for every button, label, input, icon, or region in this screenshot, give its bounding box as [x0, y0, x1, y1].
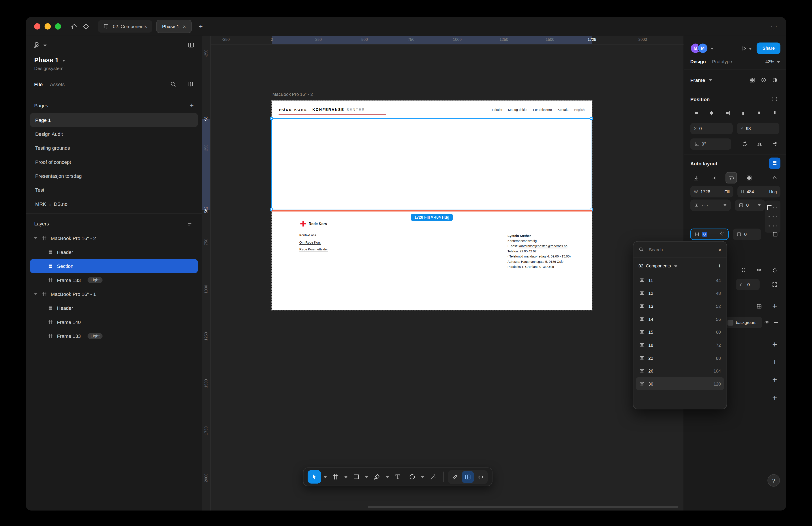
component-browser-icon[interactable] [82, 23, 90, 30]
padding-chevron-icon[interactable] [757, 203, 761, 207]
site-header[interactable]: RØDE KORS KONFERANSESENTER Lokaler Mat o… [272, 100, 592, 118]
constraints-expand-icon[interactable] [769, 93, 781, 105]
fill-visible-eye-icon[interactable] [762, 317, 771, 328]
layer-frame-133-a[interactable]: Frame 133 Light [30, 273, 198, 287]
tab-design[interactable]: Design [690, 59, 706, 64]
flow-wrap-icon[interactable] [725, 172, 737, 184]
fill-color-swatch[interactable] [727, 319, 733, 325]
library-book-icon[interactable] [187, 81, 194, 87]
frame-type-chevron-icon[interactable] [708, 78, 712, 82]
y-position-input[interactable]: Y98 [737, 123, 779, 134]
zoom-window-button[interactable] [55, 24, 61, 30]
mask-icon[interactable] [769, 74, 781, 86]
variable-item[interactable]: 1872 [636, 339, 724, 352]
selected-section-outline[interactable] [271, 118, 591, 209]
chevron-down-icon[interactable] [43, 43, 47, 47]
frame-tool-button[interactable] [330, 471, 342, 483]
figma-logo-icon[interactable] [33, 42, 40, 48]
frame-title-label[interactable]: MacBook Pro 16" - 2 [272, 91, 313, 97]
frame-type-label[interactable]: Frame [690, 77, 705, 83]
minimize-window-button[interactable] [45, 24, 51, 30]
builder-mode-button[interactable] [462, 471, 474, 483]
styles-icon[interactable] [738, 264, 749, 276]
page-item-page-1[interactable]: Page 1 [30, 113, 198, 127]
new-tab-button[interactable]: + [199, 23, 203, 30]
page-item-testing-grounds[interactable]: Testing grounds [30, 141, 198, 155]
height-input[interactable]: H484Hug [737, 186, 781, 198]
variable-item[interactable]: 1352 [636, 300, 724, 313]
align-top-icon[interactable] [737, 107, 749, 119]
site-footer[interactable]: Røde Kors Kontakt oss Om Røde Kors Røde … [272, 212, 592, 310]
align-left-icon[interactable] [690, 107, 702, 119]
share-button[interactable]: Share [757, 42, 781, 54]
move-tool-button[interactable] [308, 470, 321, 484]
layer-macbook-1[interactable]: MacBook Pro 16" - 1 [30, 287, 198, 301]
page-item-presentasjon[interactable]: Presentasjon torsdag [30, 169, 198, 183]
layer-macbook-2[interactable]: MacBook Pro 16" - 2 [30, 231, 198, 245]
tab-phase-1[interactable]: Phase 1 × [157, 20, 191, 33]
design-frame[interactable]: RØDE KORS KONFERANSESENTER Lokaler Mat o… [272, 100, 592, 310]
flow-horizontal-icon[interactable] [708, 172, 719, 184]
shape-tool-button[interactable] [350, 471, 363, 483]
expand-caret-icon[interactable] [34, 293, 38, 296]
close-popup-icon[interactable]: × [718, 246, 721, 253]
horizontal-gap-input-focused[interactable]: 0 [690, 229, 729, 240]
variable-item-highlighted[interactable]: 30120 [636, 378, 724, 390]
avatars-chevron-icon[interactable] [710, 46, 714, 51]
add-page-button[interactable]: + [190, 101, 194, 109]
corner-radius-input[interactable]: 0 [736, 279, 760, 290]
layer-section[interactable]: Section [30, 259, 198, 273]
vertical-padding-input[interactable]: 0 [735, 200, 765, 211]
flow-grid-icon[interactable] [743, 172, 755, 184]
tab-assets[interactable]: Assets [50, 81, 64, 87]
shape-tool-chevron-icon[interactable] [364, 475, 369, 479]
selection-handle[interactable] [590, 117, 593, 120]
move-tool-chevron-icon[interactable] [323, 475, 327, 479]
actions-wand-button[interactable] [427, 471, 439, 483]
flip-horizontal-icon[interactable] [754, 139, 765, 150]
layer-list-options-icon[interactable] [187, 220, 194, 227]
rotation-input[interactable]: 0° [690, 139, 731, 150]
frame-tool-chevron-icon[interactable] [344, 475, 348, 479]
layer-frame-140[interactable]: Frame 140 [30, 315, 198, 329]
vertical-gap-input[interactable]: ··· [690, 200, 730, 211]
page-item-proof-of-concept[interactable]: Proof of concept [30, 155, 198, 169]
align-bottom-icon[interactable] [769, 107, 781, 119]
individual-padding-icon[interactable] [770, 229, 780, 240]
text-tool-button[interactable] [391, 471, 404, 483]
flip-vertical-icon[interactable] [770, 139, 781, 150]
selection-handle[interactable] [270, 117, 273, 120]
variable-item[interactable]: 26104 [636, 364, 724, 378]
collection-chevron-icon[interactable] [674, 264, 678, 268]
visible-eye-icon[interactable] [754, 264, 765, 276]
auto-layout-active-icon[interactable] [769, 157, 781, 169]
create-variable-button[interactable]: + [718, 262, 721, 270]
fill-grid-icon[interactable] [754, 300, 765, 312]
help-button[interactable]: ? [767, 474, 780, 486]
tab-components[interactable]: 02. Components [98, 20, 153, 33]
project-chevron-icon[interactable] [62, 58, 66, 62]
dev-mode-button[interactable] [475, 471, 487, 483]
page-item-mrk-ds[interactable]: MRK ↔ DS.no [30, 197, 198, 211]
add-fill-icon[interactable]: + [769, 300, 781, 312]
tab-file[interactable]: File [34, 81, 43, 87]
add-export-icon[interactable]: + [769, 393, 781, 404]
add-effect-icon[interactable]: + [769, 357, 781, 368]
ellipse-tool-button[interactable] [406, 471, 418, 483]
design-mode-button[interactable] [449, 471, 461, 483]
layer-header-1[interactable]: Header [30, 245, 198, 259]
rotate-90-icon[interactable] [739, 139, 750, 150]
layout-grid-icon[interactable] [746, 74, 758, 86]
page-item-design-audit[interactable]: Design Audit [30, 127, 198, 141]
pen-tool-chevron-icon[interactable] [385, 475, 389, 479]
independent-corners-icon[interactable] [769, 279, 781, 290]
auto-layout-settings-icon[interactable] [769, 172, 781, 184]
horizontal-scrollbar[interactable] [367, 506, 678, 508]
remove-fill-icon[interactable]: − [771, 317, 781, 328]
popup-search-input[interactable] [648, 246, 714, 253]
x-position-input[interactable]: X0 [690, 123, 733, 134]
align-right-icon[interactable] [722, 107, 733, 119]
present-chevron-icon[interactable] [749, 46, 753, 51]
gap-chevron-icon[interactable] [723, 203, 727, 207]
present-play-icon[interactable] [741, 45, 748, 52]
